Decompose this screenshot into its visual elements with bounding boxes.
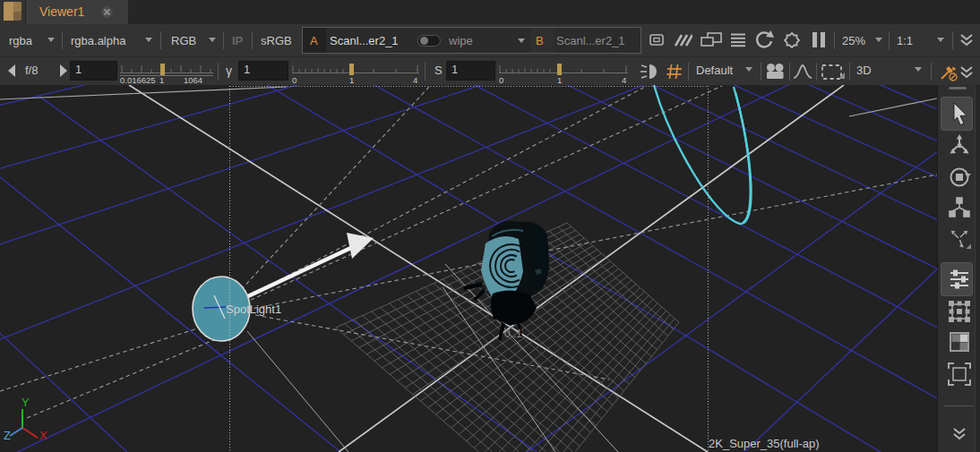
svg-text:X: X — [39, 429, 47, 442]
svg-text:1: 1 — [557, 75, 562, 84]
svg-text:0: 0 — [499, 75, 503, 84]
svg-text:1064: 1064 — [184, 75, 202, 84]
svg-text:0: 0 — [292, 75, 297, 84]
svg-text:1: 1 — [349, 75, 354, 84]
svg-text:4: 4 — [413, 75, 417, 84]
svg-text:Z: Z — [4, 429, 11, 442]
svg-text:Y: Y — [21, 396, 30, 409]
svg-text:0..1: 0..1 — [504, 328, 522, 340]
svg-text:SpotLight1: SpotLight1 — [226, 303, 281, 316]
svg-text:4: 4 — [622, 75, 626, 84]
svg-text:2K_Super_35(full-ap): 2K_Super_35(full-ap) — [709, 437, 820, 450]
svg-text:1: 1 — [159, 75, 164, 84]
svg-text:0.016625: 0.016625 — [120, 75, 156, 84]
